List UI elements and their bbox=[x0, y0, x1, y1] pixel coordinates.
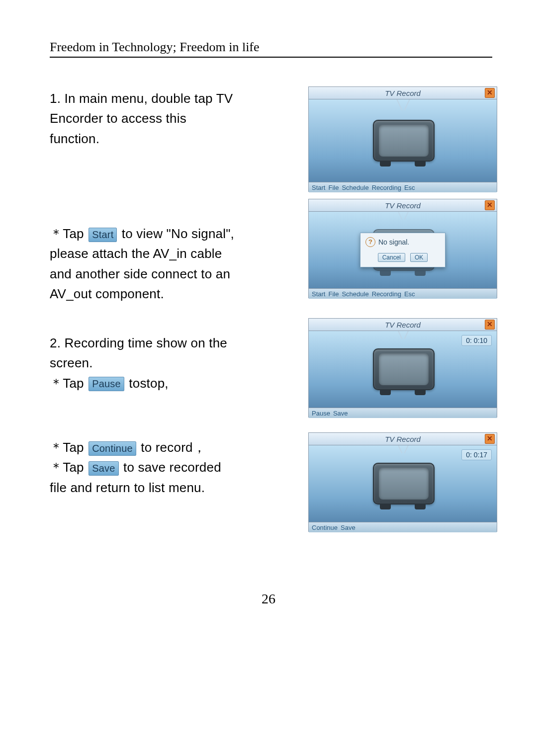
footer-file[interactable]: File bbox=[328, 184, 339, 191]
screenshot-3: TV Record ✕ 0: 0:10 Pause Save bbox=[308, 318, 497, 418]
cancel-button[interactable]: Cancel bbox=[378, 253, 405, 262]
footer-esc[interactable]: Esc bbox=[404, 290, 415, 298]
step3-text: 2. Recording time show on the screen. ＊T… bbox=[50, 333, 239, 393]
footer-recording[interactable]: Recording bbox=[372, 184, 401, 191]
tv-icon bbox=[373, 463, 433, 504]
footer-schedule[interactable]: Schedule bbox=[342, 184, 368, 191]
screenshot-1: TV Record ✕ Start File Schedule Recordin… bbox=[308, 86, 497, 192]
page-number: 26 bbox=[0, 591, 537, 607]
step2-text: ＊Tap Start to view "No signal", please a… bbox=[50, 224, 239, 304]
ok-button[interactable]: OK bbox=[410, 253, 428, 262]
titlebar: TV Record ✕ bbox=[309, 433, 497, 445]
close-icon[interactable]: ✕ bbox=[485, 88, 495, 98]
tv-icon bbox=[373, 120, 433, 162]
no-signal-dialog: ? No signal. Cancel OK bbox=[360, 233, 446, 267]
window-title: TV Record bbox=[385, 435, 421, 443]
tv-screen: ? No signal. Cancel OK bbox=[309, 212, 497, 288]
footer-recording[interactable]: Recording bbox=[372, 290, 401, 298]
footer-menu: Pause Save bbox=[309, 408, 497, 418]
start-pill: Start bbox=[89, 228, 117, 242]
footer-menu: Continue Save bbox=[309, 522, 497, 532]
step4-l1-after: to record， bbox=[137, 440, 206, 455]
close-icon[interactable]: ✕ bbox=[485, 434, 495, 444]
dialog-message: No signal. bbox=[378, 238, 409, 246]
window-title: TV Record bbox=[385, 89, 421, 97]
screenshot-4: TV Record ✕ 0: 0:17 Continue Save bbox=[308, 432, 497, 532]
tv-screen: 0: 0:17 bbox=[309, 445, 497, 522]
tv-icon bbox=[373, 348, 433, 390]
window-title: TV Record bbox=[385, 321, 421, 329]
footer-schedule[interactable]: Schedule bbox=[342, 290, 368, 298]
footer-menu: Start File Schedule Recording Esc bbox=[309, 288, 497, 299]
save-pill: Save bbox=[89, 461, 118, 476]
footer-save[interactable]: Save bbox=[341, 524, 356, 531]
continue-pill: Continue bbox=[89, 441, 136, 456]
timer-badge: 0: 0:10 bbox=[461, 335, 492, 346]
step3-after: tostop, bbox=[125, 376, 169, 391]
screenshot-2: TV Record ✕ ? No signal. Cancel OK bbox=[308, 199, 497, 298]
footer-start[interactable]: Start bbox=[312, 290, 325, 298]
step3-prefix: ＊Tap bbox=[50, 376, 88, 391]
footer-start[interactable]: Start bbox=[312, 184, 325, 191]
footer-save[interactable]: Save bbox=[333, 410, 348, 417]
titlebar: TV Record ✕ bbox=[309, 319, 497, 331]
tv-screen bbox=[309, 99, 497, 182]
pause-pill: Pause bbox=[89, 377, 124, 391]
step1-text: 1. In main menu, double tap TV Encorder … bbox=[50, 88, 239, 149]
footer-esc[interactable]: Esc bbox=[404, 184, 415, 191]
question-icon: ? bbox=[365, 237, 375, 247]
page-header: Freedom in Technology; Freedom in life bbox=[50, 40, 492, 58]
timer-badge: 0: 0:17 bbox=[461, 449, 492, 460]
titlebar: TV Record ✕ bbox=[309, 87, 497, 99]
close-icon[interactable]: ✕ bbox=[485, 320, 495, 330]
tv-screen: 0: 0:10 bbox=[309, 331, 497, 408]
footer-pause[interactable]: Pause bbox=[312, 410, 330, 417]
footer-file[interactable]: File bbox=[328, 290, 339, 298]
step4-l1-prefix: ＊Tap bbox=[50, 440, 88, 455]
close-icon[interactable]: ✕ bbox=[485, 200, 495, 210]
titlebar: TV Record ✕ bbox=[309, 199, 497, 212]
step4-l2-prefix: ＊Tap bbox=[50, 460, 88, 475]
window-title: TV Record bbox=[385, 201, 421, 210]
step4-text: ＊Tap Continue to record， ＊Tap Save to sa… bbox=[50, 437, 239, 498]
step3-line1: 2. Recording time show on the screen. bbox=[50, 333, 239, 373]
footer-menu: Start File Schedule Recording Esc bbox=[309, 182, 497, 192]
step2-prefix: ＊Tap bbox=[50, 226, 88, 241]
footer-continue[interactable]: Continue bbox=[312, 524, 338, 531]
